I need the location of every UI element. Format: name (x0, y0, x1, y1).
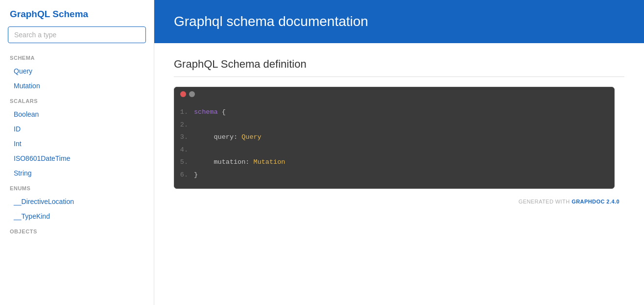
line-number-5: 5. (174, 157, 194, 168)
sidebar-item-directive-location[interactable]: __DirectiveLocation (0, 194, 154, 209)
footer-prefix: GENERATED WITH (519, 199, 572, 204)
code-keyword-schema: schema (194, 108, 218, 116)
line-content-1: schema { (194, 107, 226, 118)
line-content-5: mutation: Mutation (194, 157, 285, 168)
line-number-6: 6. (174, 170, 194, 180)
sidebar-item-type-kind[interactable]: __TypeKind (0, 209, 154, 224)
section-label-objects: OBJECTS (0, 224, 154, 237)
footer-link[interactable]: GRAPHDOC 2.4.0 (572, 199, 620, 204)
line-content-6: } (194, 170, 198, 180)
code-toolbar (174, 87, 614, 101)
sidebar-item-int[interactable]: Int (0, 136, 154, 151)
schema-section-title: GraphQL Schema definition (174, 58, 624, 77)
sidebar-title: GraphQL Schema (0, 0, 154, 26)
sidebar-item-query[interactable]: Query (0, 64, 154, 78)
code-line-1: 1. schema { (174, 106, 614, 119)
search-container (0, 26, 154, 50)
line-number-1: 1. (174, 107, 194, 118)
main-body: GraphQL Schema definition 1. schema { 2. (154, 43, 644, 305)
footer-credit: GENERATED WITH GRAPHDOC 2.4.0 (174, 199, 624, 204)
line-content-4 (194, 145, 198, 155)
code-body: 1. schema { 2. 3. query: Query (174, 101, 614, 188)
line-content-3: query: Query (194, 132, 262, 143)
sidebar-item-string[interactable]: String (0, 166, 154, 180)
section-label-scalars: SCALARS (0, 93, 154, 107)
code-line-3: 3. query: Query (174, 131, 614, 144)
code-line-5: 5. mutation: Mutation (174, 156, 614, 169)
code-line-6: 6. } (174, 169, 614, 181)
code-block: 1. schema { 2. 3. query: Query (174, 87, 615, 189)
code-line-2: 2. (174, 119, 614, 131)
code-line-4: 4. (174, 144, 614, 156)
sidebar-item-boolean[interactable]: Boolean (0, 107, 154, 122)
line-number-3: 3. (174, 132, 194, 143)
section-label-schema: SCHEMA (0, 50, 154, 64)
line-number-2: 2. (174, 120, 194, 130)
main-content: Graphql schema documentation GraphQL Sch… (154, 0, 644, 305)
main-header-title: Graphql schema documentation (174, 14, 624, 29)
search-input[interactable] (8, 26, 146, 43)
sidebar-item-mutation[interactable]: Mutation (0, 78, 154, 93)
sidebar-item-iso8601[interactable]: ISO8601DateTime (0, 151, 154, 166)
sidebar-item-id[interactable]: ID (0, 122, 154, 136)
main-header: Graphql schema documentation (154, 0, 644, 43)
traffic-light-yellow (189, 91, 195, 97)
line-number-4: 4. (174, 145, 194, 155)
line-content-2 (194, 120, 198, 130)
sidebar: GraphQL Schema SCHEMA Query Mutation SCA… (0, 0, 154, 305)
section-label-enums: ENUMS (0, 180, 154, 194)
traffic-light-red (180, 91, 186, 97)
